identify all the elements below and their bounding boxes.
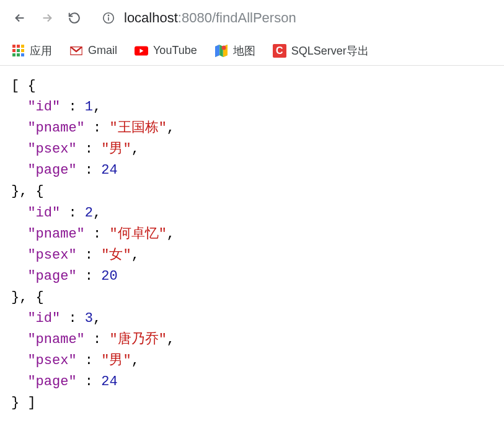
maps-icon bbox=[214, 44, 228, 58]
forward-button[interactable] bbox=[35, 6, 60, 30]
bookmark-label: 应用 bbox=[30, 43, 52, 58]
arrow-left-icon bbox=[13, 11, 27, 25]
bookmark-sqlserver[interactable]: C SQLServer导出 bbox=[269, 41, 373, 61]
apps-icon bbox=[11, 44, 25, 58]
arrow-right-icon bbox=[40, 11, 54, 25]
bookmark-apps[interactable]: 应用 bbox=[7, 41, 56, 61]
bookmark-label: 地图 bbox=[233, 43, 255, 58]
info-icon bbox=[102, 11, 115, 25]
gmail-icon bbox=[69, 44, 83, 58]
bookmark-youtube[interactable]: YouTube bbox=[131, 42, 201, 60]
bookmark-label: SQLServer导出 bbox=[291, 43, 369, 58]
bookmark-gmail[interactable]: Gmail bbox=[66, 42, 121, 60]
youtube-icon bbox=[135, 44, 148, 58]
json-response-body: [ { "id" : 1, "pname" : "王国栋", "psex" : … bbox=[0, 66, 504, 423]
svg-point-4 bbox=[221, 45, 226, 50]
c-icon: C bbox=[273, 44, 286, 58]
browser-toolbar: localhost:8080/findAllPerson bbox=[0, 0, 504, 36]
bookmarks-bar: 应用 Gmail YouTube 地图 C SQLServer导出 bbox=[0, 36, 504, 66]
back-button[interactable] bbox=[7, 6, 32, 30]
url-text: localhost:8080/findAllPerson bbox=[124, 10, 296, 26]
bookmark-label: YouTube bbox=[153, 44, 197, 57]
svg-point-2 bbox=[108, 15, 108, 16]
address-bar[interactable]: localhost:8080/findAllPerson bbox=[97, 6, 497, 30]
bookmark-maps[interactable]: 地图 bbox=[211, 41, 259, 61]
bookmark-label: Gmail bbox=[88, 44, 117, 57]
reload-button[interactable] bbox=[62, 6, 87, 30]
reload-icon bbox=[68, 11, 81, 25]
